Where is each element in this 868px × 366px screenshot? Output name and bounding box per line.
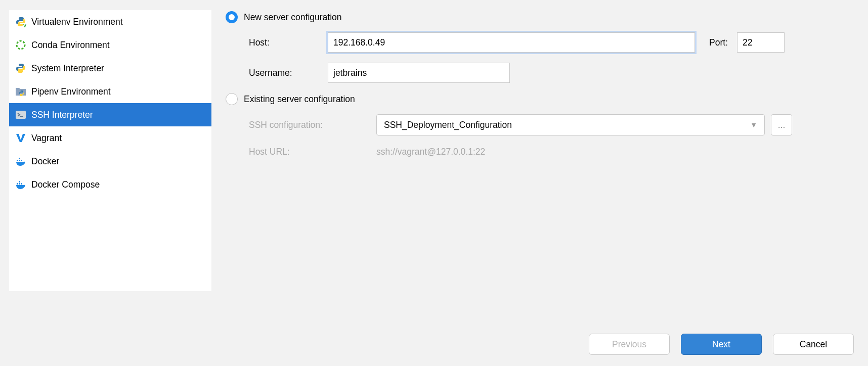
radio-new-server-row[interactable]: New server configuration bbox=[226, 11, 854, 23]
previous-button[interactable]: Previous bbox=[589, 334, 670, 355]
sidebar-item-docker[interactable]: Docker bbox=[9, 150, 211, 173]
host-url-row: Host URL: ssh://vagrant@127.0.0.1:22 bbox=[249, 147, 854, 157]
svg-text:V: V bbox=[23, 23, 26, 27]
host-url-value: ssh://vagrant@127.0.0.1:22 bbox=[376, 147, 485, 157]
python-virtualenv-icon: V bbox=[15, 16, 26, 27]
sidebar-item-conda[interactable]: Conda Environment bbox=[9, 33, 211, 57]
sidebar-item-pipenv[interactable]: Pipenv Environment bbox=[9, 80, 211, 103]
sidebar-item-docker-compose[interactable]: Docker Compose bbox=[9, 173, 211, 196]
radio-existing-label: Existing server configuration bbox=[244, 94, 355, 105]
svg-point-1 bbox=[17, 41, 25, 49]
sidebar-item-label: Conda Environment bbox=[31, 40, 110, 51]
radio-existing-server[interactable] bbox=[226, 93, 238, 105]
svg-rect-8 bbox=[17, 183, 18, 185]
sidebar-item-label: Docker bbox=[31, 156, 59, 167]
port-input[interactable] bbox=[737, 32, 785, 53]
sidebar-item-ssh[interactable]: SSH Interpreter bbox=[9, 103, 211, 126]
svg-rect-5 bbox=[19, 160, 20, 161]
sidebar-item-label: SSH Interpreter bbox=[31, 110, 93, 120]
python-icon bbox=[15, 63, 26, 74]
username-label: Username: bbox=[249, 68, 328, 78]
svg-rect-2 bbox=[16, 111, 26, 119]
conda-icon bbox=[15, 39, 26, 51]
sidebar-item-vagrant[interactable]: Vagrant bbox=[9, 126, 211, 150]
chevron-down-icon: ▼ bbox=[750, 121, 757, 129]
svg-rect-9 bbox=[19, 183, 20, 185]
ssh-config-select[interactable]: SSH_Deployment_Configuration ▼ bbox=[376, 114, 765, 135]
ssh-config-row: SSH configuration: SSH_Deployment_Config… bbox=[249, 114, 854, 135]
vagrant-icon bbox=[15, 132, 26, 144]
host-row: Host: Port: bbox=[249, 32, 854, 53]
port-label: Port: bbox=[709, 37, 728, 48]
ssh-config-more-button[interactable]: ... bbox=[771, 114, 792, 135]
ssh-config-selected-value: SSH_Deployment_Configuration bbox=[384, 120, 512, 130]
svg-rect-4 bbox=[17, 160, 18, 161]
sidebar-item-system[interactable]: System Interpreter bbox=[9, 57, 211, 80]
svg-rect-10 bbox=[21, 183, 22, 185]
ssh-config-label: SSH configuration: bbox=[249, 120, 376, 130]
main-panel: New server configuration Host: Port: Use… bbox=[211, 0, 868, 366]
radio-existing-row[interactable]: Existing server configuration bbox=[226, 93, 854, 105]
ssh-terminal-icon bbox=[15, 109, 26, 120]
cancel-button[interactable]: Cancel bbox=[773, 334, 854, 355]
dialog-root: V Virtualenv Environment Conda Environme… bbox=[0, 0, 868, 366]
svg-rect-3 bbox=[20, 116, 23, 117]
sidebar-item-label: Virtualenv Environment bbox=[31, 17, 123, 27]
pipenv-folder-icon bbox=[15, 86, 26, 97]
svg-rect-11 bbox=[19, 181, 20, 182]
host-label: Host: bbox=[249, 37, 328, 48]
next-button[interactable]: Next bbox=[681, 334, 762, 355]
radio-new-server[interactable] bbox=[226, 11, 238, 23]
sidebar-item-label: System Interpreter bbox=[31, 63, 104, 74]
sidebar-item-label: Vagrant bbox=[31, 133, 62, 144]
radio-new-server-label: New server configuration bbox=[244, 12, 342, 23]
more-label: ... bbox=[778, 120, 786, 130]
username-input[interactable] bbox=[328, 63, 510, 83]
interpreter-type-list: V Virtualenv Environment Conda Environme… bbox=[9, 10, 211, 291]
host-input[interactable] bbox=[328, 32, 695, 53]
docker-compose-icon bbox=[15, 179, 26, 190]
sidebar-item-label: Pipenv Environment bbox=[31, 86, 111, 97]
sidebar-item-virtualenv[interactable]: V Virtualenv Environment bbox=[9, 10, 211, 33]
sidebar-item-label: Docker Compose bbox=[31, 179, 100, 190]
docker-icon bbox=[15, 156, 26, 167]
svg-rect-6 bbox=[21, 160, 22, 161]
svg-rect-7 bbox=[19, 158, 20, 159]
dialog-footer: Previous Next Cancel bbox=[589, 334, 854, 355]
username-row: Username: bbox=[249, 63, 854, 83]
host-url-label: Host URL: bbox=[249, 147, 376, 157]
